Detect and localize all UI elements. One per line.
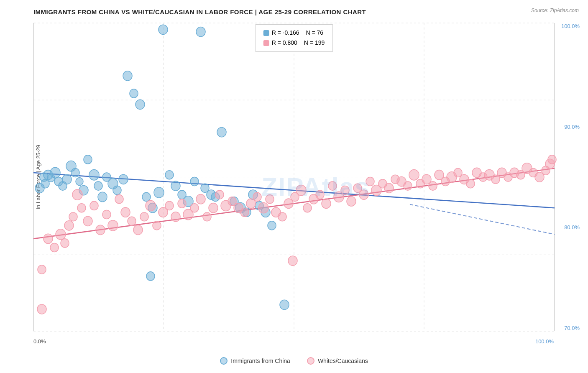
svg-line-12 (410, 204, 555, 235)
svg-point-111 (347, 197, 356, 206)
svg-point-124 (429, 181, 437, 190)
svg-point-87 (196, 194, 205, 204)
legend-dot-china (220, 357, 228, 365)
svg-point-62 (50, 243, 59, 252)
svg-point-117 (384, 183, 394, 193)
y-label-80: 80.0% (561, 224, 580, 230)
svg-point-41 (165, 171, 174, 179)
chart-container: IMMIGRANTS FROM CHINA VS WHITE/CAUCASIAN… (0, 0, 588, 373)
svg-point-36 (135, 100, 145, 109)
y-label-70: 70.0% (561, 325, 580, 331)
svg-point-16 (50, 167, 60, 178)
svg-point-57 (268, 221, 276, 230)
svg-point-35 (130, 89, 138, 98)
svg-point-107 (322, 199, 331, 208)
svg-point-64 (61, 239, 69, 248)
svg-point-100 (278, 212, 286, 221)
legend-box: R = -0.166 N = 76 R = 0.800 N = 199 (256, 24, 333, 52)
svg-point-74 (115, 195, 123, 204)
legend-box-pink-row: R = 0.800 N = 199 (263, 38, 325, 48)
svg-point-88 (203, 212, 211, 221)
legend-box-blue-r: R = -0.166 (272, 28, 299, 38)
svg-point-32 (113, 186, 121, 195)
legend-item-whites: Whites/Caucasians (307, 357, 368, 365)
svg-point-33 (119, 174, 128, 184)
svg-point-84 (178, 199, 186, 208)
svg-point-73 (108, 220, 118, 231)
svg-point-80 (153, 221, 161, 230)
svg-point-97 (258, 203, 268, 213)
legend-dot-whites (307, 357, 314, 365)
x-axis-left: 0.0% (33, 338, 46, 345)
svg-point-19 (35, 183, 44, 193)
svg-point-145 (37, 304, 46, 314)
svg-point-58 (280, 300, 289, 309)
svg-point-103 (296, 185, 306, 195)
svg-point-40 (159, 25, 168, 34)
svg-point-121 (409, 170, 419, 180)
svg-point-106 (316, 190, 324, 199)
legend-box-pink-n: N = 199 (304, 38, 325, 48)
svg-point-110 (341, 186, 349, 195)
legend-label-china: Immigrants from China (231, 358, 290, 364)
svg-point-34 (123, 71, 132, 81)
svg-point-78 (140, 212, 148, 221)
svg-point-21 (62, 174, 72, 184)
svg-point-72 (102, 210, 111, 219)
svg-point-65 (64, 221, 74, 230)
legend-item-china: Immigrants from China (220, 357, 290, 365)
y-label-100: 100.0% (561, 23, 580, 29)
scatter-plot (33, 23, 555, 331)
svg-point-98 (266, 195, 274, 204)
svg-point-77 (133, 225, 143, 235)
x-axis-right: 100.0% (535, 338, 554, 345)
y-label-90: 90.0% (561, 124, 580, 130)
svg-point-67 (72, 189, 82, 200)
svg-point-39 (154, 187, 164, 198)
svg-point-66 (69, 212, 77, 221)
svg-point-114 (366, 177, 374, 186)
svg-point-28 (94, 181, 102, 190)
svg-point-50 (217, 128, 226, 137)
source-label: Source: ZipAtlas.com (531, 8, 579, 13)
legend-box-blue-dot (263, 30, 269, 36)
y-axis-right-labels: 100.0% 90.0% 80.0% 70.0% (561, 23, 580, 331)
svg-point-24 (76, 178, 83, 186)
svg-point-70 (90, 201, 98, 210)
legend-box-pink-r: R = 0.800 (272, 38, 297, 48)
svg-point-86 (190, 204, 199, 212)
chart-area (33, 23, 555, 331)
svg-point-60 (38, 265, 46, 274)
svg-point-42 (171, 181, 180, 191)
legend-label-whites: Whites/Caucasians (318, 358, 368, 364)
chart-legend: Immigrants from China Whites/Caucasians (0, 357, 588, 365)
svg-point-23 (71, 168, 79, 177)
legend-box-blue-n: N = 76 (306, 28, 323, 38)
svg-point-27 (89, 170, 99, 180)
legend-box-blue-row: R = -0.166 N = 76 (263, 28, 325, 38)
legend-box-pink-dot (263, 40, 269, 46)
svg-point-75 (121, 207, 130, 217)
svg-point-76 (128, 217, 136, 225)
svg-point-144 (548, 155, 556, 164)
svg-point-108 (328, 181, 337, 190)
svg-point-146 (288, 256, 297, 266)
svg-point-83 (171, 212, 180, 222)
svg-point-45 (190, 177, 199, 186)
chart-title: IMMIGRANTS FROM CHINA VS WHITE/CAUCASIAN… (33, 8, 580, 15)
svg-point-46 (196, 27, 205, 36)
svg-point-59 (146, 272, 155, 281)
svg-point-113 (359, 190, 368, 199)
svg-point-37 (142, 192, 151, 201)
svg-point-89 (209, 203, 218, 213)
svg-point-90 (215, 190, 224, 199)
svg-point-82 (165, 201, 174, 210)
svg-point-63 (56, 229, 66, 240)
svg-point-94 (240, 208, 249, 217)
svg-point-120 (404, 181, 412, 190)
svg-point-69 (83, 216, 92, 226)
svg-point-96 (253, 192, 261, 201)
svg-point-130 (466, 179, 475, 188)
svg-point-29 (98, 192, 107, 202)
svg-point-26 (84, 155, 92, 164)
